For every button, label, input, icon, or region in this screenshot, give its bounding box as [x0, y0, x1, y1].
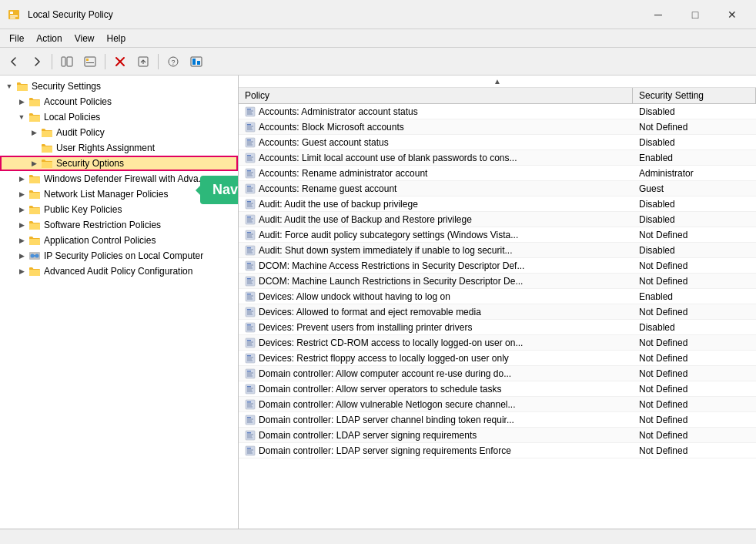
policy-text: Domain controller: LDAP server signing r… [259, 445, 511, 456]
tree-item-audit-policy[interactable]: ▶ Audit Policy [0, 125, 238, 140]
list-row[interactable]: Audit: Audit the use of Backup and Resto… [239, 212, 756, 227]
expand-software[interactable]: ▶ [15, 219, 28, 231]
list-row[interactable]: Domain controller: LDAP server signing r… [239, 428, 756, 443]
policy-text: Accounts: Administrator account status [259, 106, 418, 117]
folder-icon-user-rights [40, 142, 54, 154]
policy-cell: Audit: Force audit policy subcategory se… [239, 230, 633, 240]
tree-item-public-key[interactable]: ▶ Public Key Policies [0, 202, 238, 217]
tree-item-root[interactable]: ▼ Security Settings [0, 79, 238, 94]
expand-defender[interactable]: ▶ [15, 173, 28, 185]
list-row[interactable]: Accounts: Administrator account statusDi… [239, 104, 756, 119]
list-row[interactable]: Accounts: Limit local account use of bla… [239, 150, 756, 166]
svg-rect-85 [247, 297, 252, 297]
tree-item-user-rights[interactable]: ▶ User Rights Assignment [0, 140, 238, 156]
list-row[interactable]: Devices: Prevent users from installing p… [239, 320, 756, 335]
list-row[interactable]: Accounts: Guest account statusDisabled [239, 135, 756, 150]
delete-button[interactable] [109, 51, 131, 72]
policy-cell: Audit: Audit the use of backup privilege [239, 199, 633, 210]
svg-rect-71 [247, 252, 253, 253]
svg-rect-112 [246, 384, 255, 394]
list-row[interactable]: Domain controller: Allow computer accoun… [239, 366, 756, 381]
list-row[interactable]: Audit: Force audit policy subcategory se… [239, 227, 756, 243]
svg-rect-115 [247, 389, 252, 390]
list-row[interactable]: Devices: Restrict CD-ROM access to local… [239, 335, 756, 351]
svg-rect-86 [247, 298, 253, 299]
svg-rect-68 [247, 247, 251, 249]
minimize-button[interactable]: ─ [641, 2, 676, 27]
setting-cell: Administrator [633, 168, 756, 179]
list-row[interactable]: DCOM: Machine Access Restrictions in Sec… [239, 258, 756, 274]
expand-account[interactable]: ▶ [15, 96, 28, 108]
header-setting[interactable]: Security Setting [633, 88, 756, 103]
svg-rect-21 [32, 255, 38, 257]
expand-network[interactable]: ▶ [15, 188, 28, 200]
svg-rect-73 [247, 263, 251, 264]
list-row[interactable]: Domain controller: Allow server operator… [239, 381, 756, 397]
menu-view[interactable]: View [69, 32, 101, 45]
tree-item-account-policies[interactable]: ▶ Account Policies [0, 94, 238, 109]
list-row[interactable]: Domain controller: Allow vulnerable Netl… [239, 397, 756, 412]
forward-button[interactable] [26, 51, 48, 72]
svg-rect-92 [246, 323, 255, 332]
tree-root-label: Security Settings [32, 81, 101, 92]
expand-public-key[interactable]: ▶ [15, 203, 28, 216]
list-row[interactable]: Accounts: Block Microsoft accountsNot De… [239, 119, 756, 135]
svg-rect-2 [10, 15, 18, 17]
export-button[interactable] [132, 51, 154, 72]
maximize-button[interactable]: □ [677, 2, 713, 27]
expand-ip[interactable]: ▶ [15, 250, 28, 262]
policy-cell: DCOM: Machine Launch Restrictions in Sec… [239, 276, 633, 287]
toolbar-separator-2 [105, 54, 105, 69]
list-row[interactable]: Accounts: Rename guest accountGuest [239, 181, 756, 196]
expand-security-options[interactable]: ▶ [28, 157, 40, 170]
list-row[interactable]: DCOM: Machine Launch Restrictions in Sec… [239, 274, 756, 289]
svg-rect-54 [247, 203, 253, 203]
tree-pane[interactable]: ▼ Security Settings ▶ Account Policies [0, 76, 239, 529]
list-row[interactable]: Devices: Allow undock without having to … [239, 289, 756, 304]
show-hide-button[interactable] [56, 51, 78, 72]
list-row[interactable]: Domain controller: LDAP server channel b… [239, 412, 756, 428]
svg-rect-59 [247, 218, 253, 219]
expand-advanced-audit[interactable]: ▶ [15, 265, 28, 277]
help-button[interactable]: ? [162, 51, 184, 72]
list-row[interactable]: Audit: Audit the use of backup privilege… [239, 196, 756, 212]
menu-help[interactable]: Help [101, 32, 132, 45]
menu-action[interactable]: Action [30, 32, 68, 45]
toolbar: ? [0, 48, 756, 76]
svg-rect-65 [247, 235, 252, 236]
list-row[interactable]: Audit: Shut down system immediately if u… [239, 243, 756, 258]
svg-rect-63 [247, 232, 251, 233]
expand-app-control[interactable]: ▶ [15, 234, 28, 247]
svg-rect-62 [246, 230, 255, 240]
policy-cell: Domain controller: LDAP server signing r… [239, 430, 633, 441]
policy-text: Domain controller: LDAP server channel b… [259, 415, 514, 425]
properties-button[interactable] [79, 51, 101, 72]
svg-rect-95 [247, 327, 252, 328]
svg-rect-82 [246, 292, 255, 301]
policy-cell: Accounts: Administrator account status [239, 106, 633, 117]
list-pane[interactable]: ▲ Policy Security Setting Accounts: Admi… [239, 76, 756, 529]
close-button[interactable]: ✕ [714, 2, 750, 27]
expand-audit[interactable]: ▶ [28, 126, 40, 139]
list-row[interactable]: Accounts: Rename administrator accountAd… [239, 166, 756, 181]
expand-root[interactable]: ▼ [3, 80, 15, 92]
policy-text: Devices: Allow undock without having to … [259, 291, 450, 302]
tree-item-software-restriction[interactable]: ▶ Software Restriction Policies [0, 217, 238, 233]
expand-local[interactable]: ▼ [15, 111, 28, 123]
svg-rect-38 [247, 155, 251, 156]
list-row[interactable]: Devices: Allowed to format and eject rem… [239, 304, 756, 320]
mmc-button[interactable] [186, 51, 207, 72]
tree-item-security-options[interactable]: ▶ Security Options [0, 156, 238, 171]
back-button[interactable] [3, 51, 25, 72]
header-policy[interactable]: Policy [239, 88, 633, 103]
policy-cell: Domain controller: LDAP server channel b… [239, 415, 633, 425]
tree-item-app-control[interactable]: ▶ Application Control Policies [0, 233, 238, 248]
svg-rect-58 [247, 217, 251, 218]
tree-item-ip-security[interactable]: ▶ IP Security Policies on Local Computer [0, 248, 238, 264]
policy-text: Audit: Shut down system immediately if u… [259, 245, 513, 256]
tree-item-local-policies[interactable]: ▼ Local Policies [0, 109, 238, 125]
list-row[interactable]: Devices: Restrict floppy access to local… [239, 351, 756, 366]
list-row[interactable]: Domain controller: LDAP server signing r… [239, 443, 756, 458]
tree-item-advanced-audit[interactable]: ▶ Advanced Audit Policy Configuration [0, 264, 238, 279]
menu-file[interactable]: File [3, 32, 30, 45]
